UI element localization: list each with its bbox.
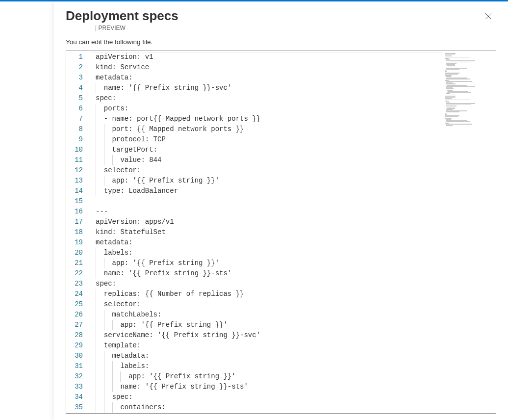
code-line[interactable]: spec: [96, 93, 442, 104]
line-number: 22 [66, 268, 90, 279]
code-content[interactable]: apiVersion: v1kind: Servicemetadata: nam… [96, 51, 442, 413]
indent-guide [104, 155, 104, 165]
code-line[interactable]: selector: [96, 165, 442, 176]
indent-guide [96, 392, 96, 402]
code-line[interactable]: metadata: [96, 351, 442, 361]
minimap[interactable] [442, 51, 496, 413]
code-line[interactable]: kind: Service [96, 62, 442, 73]
code-line[interactable]: app: '{{ Prefix string }}' [96, 176, 442, 186]
line-number: 1 [66, 52, 90, 62]
code-line[interactable]: app: '{{ Prefix string }}' [96, 320, 442, 330]
code-line[interactable]: name: '{{ Prefix string }}-sts' [96, 382, 442, 392]
indent-guide [96, 320, 96, 330]
indent-guide [104, 258, 104, 268]
indent-guide [112, 361, 113, 371]
minimap-line [446, 79, 470, 79]
indent-guide [96, 176, 96, 186]
code-line[interactable]: - name: port{{ Mapped network ports }} [96, 114, 442, 124]
line-number: 16 [66, 207, 90, 217]
code-line[interactable]: targetPort: [96, 145, 442, 155]
line-number: 5 [66, 93, 90, 104]
indent-guide [104, 145, 104, 155]
indent-guide [96, 186, 96, 196]
code-line[interactable]: kind: StatefulSet [96, 227, 442, 237]
code-line[interactable]: labels: [96, 361, 442, 371]
line-number: 34 [66, 392, 90, 402]
indent-guide [104, 382, 104, 392]
code-line[interactable]: metadata: [96, 237, 442, 248]
code-line[interactable]: name: '{{ Prefix string }}-svc' [96, 83, 442, 93]
code-line[interactable]: app: '{{ Prefix string }}' [96, 371, 442, 382]
code-line[interactable]: spec: [96, 392, 442, 402]
indent-guide [112, 155, 113, 165]
code-line[interactable]: --- [96, 207, 442, 217]
code-line[interactable]: metadata: [96, 73, 442, 83]
line-number: 2 [66, 62, 90, 73]
minimap-line [446, 111, 460, 112]
code-line[interactable]: app: '{{ Prefix string }}' [96, 258, 442, 268]
line-number: 26 [66, 310, 90, 320]
indent-guide [104, 310, 104, 320]
line-number: 25 [66, 299, 90, 310]
indent-guide [96, 104, 96, 114]
indent-guide [96, 402, 96, 413]
code-line[interactable] [96, 196, 442, 207]
page-subtitle: | PREVIEW [95, 25, 178, 31]
code-line[interactable]: ports: [96, 104, 442, 114]
code-line[interactable]: selector: [96, 299, 442, 310]
code-line[interactable]: value: 844 [96, 155, 442, 165]
indent-guide [112, 382, 113, 392]
minimap-line [446, 121, 470, 122]
line-number: 31 [66, 361, 90, 371]
indent-guide [96, 134, 96, 145]
line-number: 13 [66, 176, 90, 186]
code-line[interactable]: containers: [96, 402, 442, 413]
indent-guide [104, 320, 104, 330]
line-number: 29 [66, 341, 90, 351]
line-number: 19 [66, 237, 90, 248]
code-line[interactable]: port: {{ Mapped network ports }} [96, 124, 442, 134]
line-number: 24 [66, 289, 90, 299]
line-number: 4 [66, 83, 90, 93]
code-line[interactable]: serviceName: '{{ Prefix string }}-svc' [96, 330, 442, 341]
line-number: 11 [66, 155, 90, 165]
code-line[interactable]: template: [96, 341, 442, 351]
indent-guide [96, 114, 96, 124]
line-number: 9 [66, 134, 90, 145]
indent-guide [96, 258, 96, 268]
line-number: 6 [66, 104, 90, 114]
code-line[interactable]: apiVersion: apps/v1 [96, 217, 442, 227]
line-number: 12 [66, 165, 90, 176]
indent-guide [96, 341, 96, 351]
code-line[interactable]: spec: [96, 279, 442, 289]
line-number-gutter: 1234567891011121314151617181920212223242… [66, 51, 90, 413]
indent-guide [96, 289, 96, 299]
code-line[interactable]: matchLabels: [96, 310, 442, 320]
line-number: 27 [66, 320, 90, 330]
line-number: 35 [66, 402, 90, 413]
close-icon [485, 13, 492, 20]
indent-guide [104, 392, 104, 402]
indent-guide [96, 361, 96, 371]
indent-guide [104, 351, 104, 361]
code-editor[interactable]: 1234567891011121314151617181920212223242… [66, 51, 496, 414]
indent-guide [104, 371, 104, 382]
code-line[interactable]: type: LoadBalancer [96, 186, 442, 196]
code-line[interactable]: replicas: {{ Number of replicas }} [96, 289, 442, 299]
indent-guide [96, 310, 96, 320]
close-button[interactable] [481, 8, 496, 24]
line-number: 8 [66, 124, 90, 134]
indent-guide [96, 155, 96, 165]
indent-guide [104, 402, 104, 413]
code-line[interactable]: apiVersion: v1 [96, 52, 442, 62]
description-text: You can edit the following file. [66, 38, 496, 46]
code-line[interactable]: labels: [96, 248, 442, 258]
code-line[interactable]: protocol: TCP [96, 134, 442, 145]
line-number: 21 [66, 258, 90, 268]
indent-guide [112, 402, 113, 413]
line-number: 15 [66, 196, 90, 207]
code-line[interactable]: name: '{{ Prefix string }}-sts' [96, 268, 442, 279]
indent-guide [104, 176, 104, 186]
indent-guide [112, 371, 113, 382]
title-block: Deployment specs | PREVIEW [66, 8, 178, 31]
